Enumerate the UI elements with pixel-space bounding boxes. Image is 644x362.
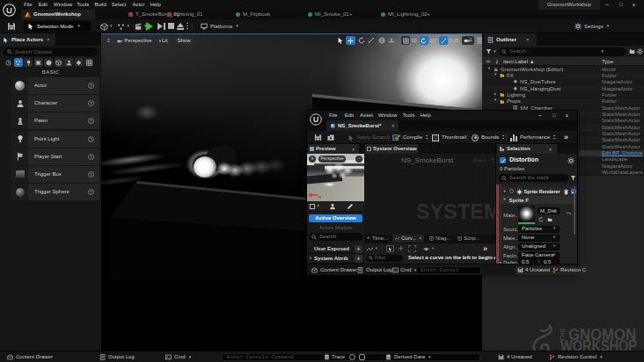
svg-text:U: U (6, 5, 12, 15)
svg-text:U: U (313, 115, 319, 124)
